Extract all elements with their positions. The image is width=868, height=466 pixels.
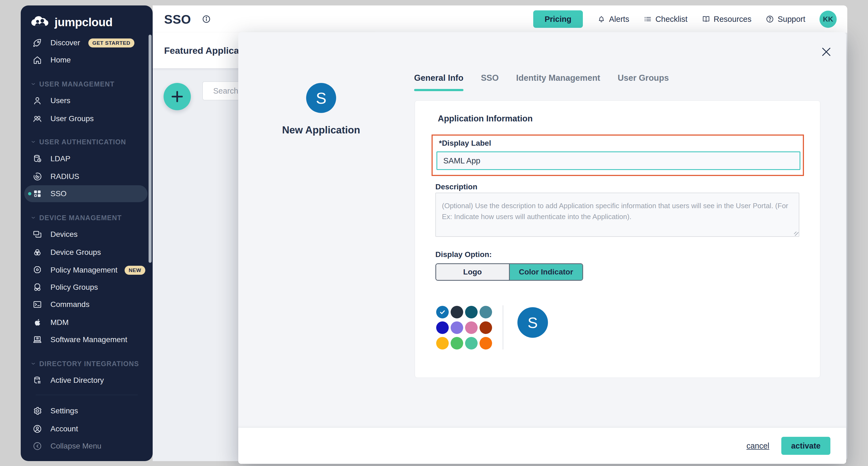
sidebar-item-account[interactable]: Account bbox=[24, 420, 148, 437]
app-window: jumpcloud Discover GET STARTED Home USER… bbox=[0, 0, 868, 466]
sidebar-item-device-groups[interactable]: Device Groups bbox=[24, 244, 148, 261]
laptop-grid-icon bbox=[24, 335, 51, 345]
sidebar-item-home[interactable]: Home bbox=[24, 52, 148, 68]
section-directory-integrations[interactable]: DIRECTORY INTEGRATIONS bbox=[31, 356, 139, 371]
tab-general-info[interactable]: General Info bbox=[414, 73, 463, 89]
support-button[interactable]: Support bbox=[766, 15, 805, 24]
sidebar-item-label: Settings bbox=[51, 407, 78, 415]
sidebar-item-label: Active Directory bbox=[51, 376, 104, 385]
sidebar-item-label: Commands bbox=[51, 300, 89, 309]
section-user-management[interactable]: USER MANAGEMENT bbox=[31, 77, 115, 92]
check-icon bbox=[439, 308, 446, 316]
sidebar-item-mdm[interactable]: MDM bbox=[24, 314, 148, 331]
sidebar-item-label: User Groups bbox=[51, 114, 94, 123]
book-icon bbox=[702, 15, 710, 24]
sidebar-item-sso[interactable]: SSO bbox=[24, 185, 148, 202]
database-clock-icon bbox=[24, 154, 51, 164]
cloud-logo-icon bbox=[30, 15, 51, 29]
info-icon[interactable] bbox=[202, 14, 211, 25]
color-swatch[interactable] bbox=[465, 337, 477, 349]
sidebar: jumpcloud Discover GET STARTED Home USER… bbox=[21, 5, 153, 461]
sidebar-item-policy-management[interactable]: Policy Management NEW bbox=[24, 262, 148, 279]
resources-button[interactable]: Resources bbox=[702, 15, 752, 24]
tab-user-groups[interactable]: User Groups bbox=[618, 73, 669, 89]
active-indicator-dot bbox=[28, 192, 31, 195]
logo-option[interactable]: Logo bbox=[436, 264, 510, 280]
sidebar-item-settings[interactable]: Settings bbox=[24, 402, 148, 419]
color-swatch[interactable] bbox=[479, 321, 492, 334]
color-swatch-selected[interactable] bbox=[436, 306, 449, 318]
sidebar-item-user-groups[interactable]: User Groups bbox=[24, 110, 148, 127]
user-icon bbox=[24, 96, 51, 106]
tab-sso[interactable]: SSO bbox=[481, 73, 499, 89]
close-icon[interactable] bbox=[820, 46, 833, 58]
swatch-preview-divider bbox=[503, 305, 503, 349]
color-swatch[interactable] bbox=[451, 337, 463, 349]
sidebar-item-commands[interactable]: Commands bbox=[24, 296, 148, 313]
gear-icon bbox=[24, 406, 51, 416]
chevron-down-icon bbox=[31, 81, 36, 87]
brand-name: jumpcloud bbox=[55, 16, 113, 29]
user-avatar[interactable]: KK bbox=[819, 11, 837, 28]
modal-footer: cancel activate bbox=[238, 428, 846, 464]
section-user-authentication[interactable]: USER AUTHENTICATION bbox=[31, 134, 126, 149]
sidebar-item-label: RADIUS bbox=[51, 172, 79, 181]
color-swatch[interactable] bbox=[451, 321, 463, 334]
chevron-down-icon bbox=[31, 215, 36, 221]
chevron-down-icon bbox=[31, 139, 36, 145]
jumpcloud-logo[interactable]: jumpcloud bbox=[30, 12, 113, 32]
pricing-button[interactable]: Pricing bbox=[533, 10, 583, 28]
radius-gauge-icon bbox=[24, 172, 51, 181]
color-swatch[interactable] bbox=[479, 306, 492, 318]
bell-icon bbox=[597, 15, 606, 24]
color-swatch[interactable] bbox=[436, 321, 449, 334]
cancel-button[interactable]: cancel bbox=[746, 441, 769, 450]
display-label-input[interactable] bbox=[436, 151, 800, 170]
sidebar-item-active-directory[interactable]: Active Directory bbox=[24, 372, 148, 389]
devices-icon bbox=[24, 229, 51, 239]
account-icon bbox=[24, 424, 51, 434]
new-badge: NEW bbox=[125, 266, 145, 275]
new-application-modal: S New Application General Info SSO Ident… bbox=[238, 32, 846, 464]
sidebar-scrollbar[interactable] bbox=[149, 35, 152, 263]
description-label: Description bbox=[435, 182, 477, 191]
sidebar-item-label: SSO bbox=[51, 190, 66, 198]
sidebar-item-label: Users bbox=[51, 96, 70, 105]
color-swatch[interactable] bbox=[451, 306, 463, 318]
get-started-badge: GET STARTED bbox=[88, 38, 134, 48]
alerts-button[interactable]: Alerts bbox=[597, 15, 629, 24]
add-application-button[interactable] bbox=[163, 83, 191, 110]
display-label-label: *Display Label bbox=[439, 139, 491, 148]
color-swatch[interactable] bbox=[465, 321, 477, 334]
sidebar-item-label: Policy Groups bbox=[51, 283, 98, 292]
display-label-annotation-box: *Display Label bbox=[432, 135, 804, 176]
sidebar-item-collapse-menu[interactable]: Collapse Menu bbox=[24, 438, 148, 455]
tab-identity-management[interactable]: Identity Management bbox=[516, 73, 600, 89]
sidebar-item-ldap[interactable]: LDAP bbox=[24, 150, 148, 167]
activate-button[interactable]: activate bbox=[781, 437, 830, 455]
color-swatch[interactable] bbox=[465, 306, 477, 318]
application-information-card: Application Information *Display Label D… bbox=[415, 100, 820, 378]
sidebar-item-policy-groups[interactable]: Policy Groups bbox=[24, 279, 148, 296]
active-directory-icon bbox=[24, 375, 51, 385]
description-textarea[interactable] bbox=[435, 193, 799, 237]
venn-circles-icon bbox=[24, 247, 51, 257]
apple-icon bbox=[24, 318, 51, 327]
display-option-label: Display Option: bbox=[435, 250, 492, 259]
sidebar-item-discover[interactable]: Discover GET STARTED bbox=[24, 34, 148, 51]
sidebar-item-label: Device Groups bbox=[51, 248, 101, 257]
color-indicator-option[interactable]: Color Indicator bbox=[510, 264, 583, 280]
color-swatch[interactable] bbox=[436, 337, 449, 349]
color-preview-circle: S bbox=[518, 307, 548, 338]
color-swatch-grid bbox=[436, 306, 499, 349]
sidebar-item-radius[interactable]: RADIUS bbox=[24, 168, 148, 185]
sidebar-item-users[interactable]: Users bbox=[24, 92, 148, 109]
color-swatch[interactable] bbox=[479, 337, 492, 349]
policy-icon bbox=[24, 265, 51, 275]
rocket-icon bbox=[24, 38, 51, 48]
section-device-management[interactable]: DEVICE MANAGEMENT bbox=[31, 210, 122, 225]
chevron-down-icon bbox=[31, 361, 36, 367]
sidebar-item-software-management[interactable]: Software Management bbox=[24, 331, 148, 348]
checklist-button[interactable]: Checklist bbox=[643, 15, 687, 24]
sidebar-item-devices[interactable]: Devices bbox=[24, 226, 148, 243]
